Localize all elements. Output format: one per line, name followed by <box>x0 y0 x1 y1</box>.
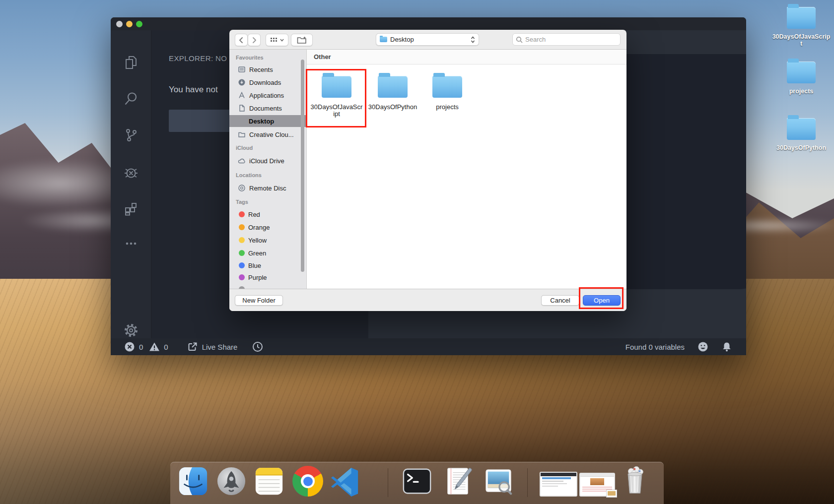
sidebar-item-icloud-drive[interactable]: iCloud Drive <box>229 155 307 167</box>
up-down-chevrons-icon <box>471 36 475 43</box>
sidebar-item-desktop-selected[interactable]: Desktop <box>229 115 307 127</box>
dock-finder-icon[interactable] <box>178 466 208 497</box>
dock-separator <box>388 468 388 497</box>
sidebar-item-label: Remote Disc <box>249 185 286 192</box>
warnings-icon[interactable] <box>149 341 160 352</box>
sidebar-tag-blue[interactable]: Blue <box>229 259 307 271</box>
desktop-icon-30daysofjavascript[interactable]: 30DaysOfJavaScript <box>771 7 831 48</box>
cloud-icon <box>238 157 246 165</box>
close-button[interactable] <box>116 21 123 27</box>
dock-minimized-window-code[interactable] <box>540 472 577 497</box>
sidebar-item-recents[interactable]: Recents <box>229 63 307 75</box>
view-options-button[interactable] <box>266 34 288 46</box>
sidebar-tag-orange[interactable]: Orange <box>229 221 307 233</box>
sidebar-tag-yellow[interactable]: Yellow <box>229 234 307 246</box>
warnings-count: 0 <box>164 343 168 351</box>
live-share-label[interactable]: Live Share <box>202 343 238 351</box>
search-input[interactable] <box>525 36 610 43</box>
sidebar-tag-green[interactable]: Green <box>229 247 307 259</box>
extensions-icon[interactable] <box>124 201 139 216</box>
sidebar-scrollbar[interactable] <box>301 60 304 272</box>
dock-terminal-icon[interactable] <box>402 466 432 497</box>
applications-icon <box>238 91 246 99</box>
sidebar-item-label: Documents <box>249 105 282 112</box>
dock-chrome-icon[interactable] <box>292 466 323 497</box>
sidebar-item-creative-cloud[interactable]: Creative Clou... <box>229 128 307 140</box>
window-titlebar[interactable] <box>111 17 746 30</box>
dock-textedit-icon[interactable] <box>442 466 473 497</box>
new-folder-button[interactable]: New Folder <box>235 295 283 306</box>
dock-trash-icon[interactable] <box>620 464 651 495</box>
live-share-icon[interactable] <box>187 341 198 352</box>
sidebar-item-label: Creative Clou... <box>249 131 294 138</box>
sidebar-tag-red[interactable]: Red <box>229 208 307 220</box>
dialog-footer: New Folder Cancel Open <box>229 289 626 311</box>
errors-icon[interactable] <box>124 341 135 352</box>
dock-minimized-window-browser[interactable] <box>579 473 615 497</box>
explorer-icon[interactable] <box>124 55 139 70</box>
status-bar: 0 0 Live Share Found 0 variables <box>111 338 746 355</box>
purple-tag-icon <box>239 274 245 280</box>
desktop-icon-30daysofpython[interactable]: 30DaysOfPython <box>771 118 831 151</box>
folder-icon <box>787 118 816 140</box>
sidebar-item-label: Recents <box>249 66 273 73</box>
dock-notes-icon[interactable] <box>254 466 284 497</box>
cancel-label: Cancel <box>550 297 570 304</box>
clock-icon[interactable] <box>252 341 263 352</box>
sidebar-item-applications[interactable]: Applications <box>229 89 307 101</box>
search-field[interactable] <box>512 33 621 46</box>
feedback-smiley-icon[interactable] <box>697 341 708 352</box>
forward-button[interactable] <box>248 34 261 46</box>
desktop-icon-projects[interactable]: projects <box>771 62 831 95</box>
dock-preview-icon[interactable] <box>483 466 514 497</box>
folder-icon <box>432 76 462 98</box>
sidebar-item-label: iCloud Drive <box>249 157 284 165</box>
errors-count: 0 <box>139 343 143 351</box>
search-icon[interactable] <box>124 91 139 106</box>
downloads-icon <box>238 78 246 86</box>
disc-icon <box>238 184 246 192</box>
file-item-projects[interactable]: projects <box>419 70 475 111</box>
desktop-icon-label: 30DaysOfJavaScript <box>771 33 831 48</box>
source-control-icon[interactable] <box>124 127 139 142</box>
green-tag-icon <box>239 250 245 256</box>
sidebar-item-downloads[interactable]: Downloads <box>229 76 307 88</box>
desktop-icon-label: projects <box>771 88 831 95</box>
new-folder-toolbar-button[interactable] <box>291 34 313 46</box>
zoom-button[interactable] <box>136 21 142 27</box>
dock-launchpad-icon[interactable] <box>216 466 247 497</box>
file-item-30daysofpython[interactable]: 30DaysOfPython <box>365 70 420 111</box>
file-name: 30DaysOfPython <box>365 104 420 111</box>
notifications-bell-icon[interactable] <box>721 341 732 352</box>
blue-tag-icon <box>239 262 245 268</box>
folder-icon <box>380 37 387 42</box>
folder-icon <box>787 62 816 83</box>
dock <box>170 462 664 504</box>
sidebar-item-label: Yellow <box>248 237 267 244</box>
sidebar-header-favourites: Favourites <box>236 55 264 63</box>
cancel-button[interactable]: Cancel <box>541 295 579 306</box>
sidebar-item-label: Blue <box>248 262 261 269</box>
vscode-logo-watermark <box>609 54 746 289</box>
location-dropdown[interactable]: Desktop <box>376 33 479 46</box>
sidebar-item-documents[interactable]: Documents <box>229 102 307 114</box>
dock-vscode-icon[interactable] <box>330 466 360 497</box>
recents-icon <box>238 65 246 73</box>
back-button[interactable] <box>235 34 248 46</box>
sidebar-header-tags: Tags <box>236 199 248 207</box>
orange-tag-icon <box>239 224 245 230</box>
file-name: projects <box>419 104 475 111</box>
minimize-button[interactable] <box>126 21 133 27</box>
debug-icon[interactable] <box>124 165 139 180</box>
sidebar-tag-purple[interactable]: Purple <box>229 271 307 283</box>
yellow-tag-icon <box>239 237 245 243</box>
settings-gear-icon[interactable] <box>124 323 139 338</box>
chevron-right-icon <box>253 38 256 43</box>
highlight-box-open-button <box>579 287 624 309</box>
folder-icon <box>787 7 816 29</box>
sidebar-item-remote-disc[interactable]: Remote Disc <box>229 182 307 194</box>
activity-bar <box>111 30 151 338</box>
sidebar-tag-partial[interactable] <box>229 283 307 289</box>
group-header-label: Other <box>314 53 331 61</box>
more-icon[interactable] <box>124 236 139 251</box>
